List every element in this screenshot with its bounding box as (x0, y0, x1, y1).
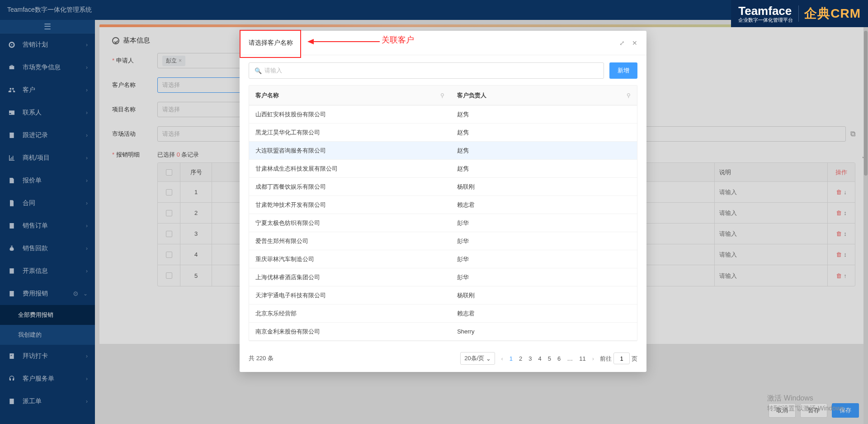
page-ellipsis[interactable]: … (566, 355, 574, 362)
modal-table: 客户名称⚲ 客户负责人⚲ 山西虹安科技股份有限公司赵隽 黑龙江昊华化工有限公司赵… (249, 85, 637, 341)
search-icon: 🔍 (255, 67, 262, 74)
filter-icon[interactable]: ⚲ (440, 92, 444, 99)
brand-tf: Teamface企业数字一体化管理平台 (738, 4, 793, 24)
page-num[interactable]: 4 (537, 355, 542, 362)
col-customer-owner[interactable]: 客户负责人⚲ (451, 91, 637, 100)
table-row[interactable]: 上海优林睿酒店集团公司彭华 (249, 268, 637, 286)
modal-header-actions: ⤢ ✕ (619, 39, 637, 47)
page-num[interactable]: 1 (508, 355, 514, 362)
customer-select-modal: 请选择客户名称 ⤢ ✕ 🔍请输入 新增 客户名称⚲ 客户负责人⚲ 山西虹安科技股… (240, 31, 646, 372)
modal-add-button[interactable]: 新增 (609, 62, 637, 79)
modal-footer: 共 220 条 20条/页⌄ ‹ 1 2 3 4 5 6 … 11 › 前往页 (240, 347, 646, 372)
table-row[interactable]: 甘肃乾坤技术开发有限公司赖志君 (249, 196, 637, 214)
filter-icon[interactable]: ⚲ (627, 92, 631, 99)
page-jump: 前往页 (600, 353, 637, 364)
modal-header: 请选择客户名称 ⤢ ✕ (240, 31, 646, 55)
modal-search-input[interactable]: 🔍请输入 (249, 62, 604, 79)
page-numbers: ‹ 1 2 3 4 5 6 … 11 › (500, 355, 595, 362)
modal-table-header: 客户名称⚲ 客户负责人⚲ (249, 86, 637, 105)
modal-body: 🔍请输入 新增 客户名称⚲ 客户负责人⚲ 山西虹安科技股份有限公司赵隽 黑龙江昊… (240, 55, 646, 347)
page-num[interactable]: 6 (556, 355, 562, 362)
page-num[interactable]: 5 (547, 355, 552, 362)
table-row[interactable]: 黑龙江昊华化工有限公司赵隽 (249, 124, 637, 142)
page-prev[interactable]: ‹ (500, 355, 504, 362)
fullscreen-icon[interactable]: ⤢ (619, 39, 625, 47)
close-icon[interactable]: ✕ (632, 39, 637, 47)
table-row[interactable]: 重庆菲林汽车制造公司彭华 (249, 250, 637, 268)
page-num[interactable]: 3 (527, 355, 533, 362)
col-customer-name[interactable]: 客户名称⚲ (249, 91, 451, 100)
page-num[interactable]: 11 (578, 355, 587, 362)
table-row[interactable]: 大连联盟咨询服务有限公司赵隽 (249, 142, 637, 160)
page-next[interactable]: › (591, 355, 595, 362)
page-num[interactable]: 2 (518, 355, 524, 362)
pager-total: 共 220 条 (249, 354, 274, 362)
brand-divider (798, 5, 799, 22)
modal-table-body[interactable]: 山西虹安科技股份有限公司赵隽 黑龙江昊华化工有限公司赵隽 大连联盟咨询服务有限公… (249, 105, 637, 341)
pager: 20条/页⌄ ‹ 1 2 3 4 5 6 … 11 › 前往页 (460, 352, 637, 365)
table-row[interactable]: 山西虹安科技股份有限公司赵隽 (249, 105, 637, 124)
table-row[interactable]: 成都丁西餐饮娱乐有限公司杨联刚 (249, 178, 637, 196)
table-row[interactable]: 宁夏太极色纺织有限公司彭华 (249, 214, 637, 232)
page-size-select[interactable]: 20条/页⌄ (460, 352, 495, 365)
table-row[interactable]: 天津宇通电子科技有限公司杨联刚 (249, 286, 637, 305)
table-row[interactable]: 南京金利来股份有限公司Sherry (249, 323, 637, 341)
table-row[interactable]: 爱普生郑州有限公司彭华 (249, 232, 637, 250)
brand-badge: Teamface企业数字一体化管理平台 企典CRM (731, 0, 868, 27)
search-placeholder: 请输入 (264, 67, 282, 75)
modal-search-row: 🔍请输入 新增 (249, 62, 637, 79)
page-jump-input[interactable] (613, 353, 630, 364)
table-row[interactable]: 甘肃林成生态科技发展有限公司赵隽 (249, 160, 637, 178)
brand-crm: 企典CRM (804, 5, 861, 22)
modal-title: 请选择客户名称 (249, 39, 293, 47)
table-row[interactable]: 北京东乐经营部赖志君 (249, 305, 637, 323)
chevron-down-icon: ⌄ (486, 355, 491, 362)
